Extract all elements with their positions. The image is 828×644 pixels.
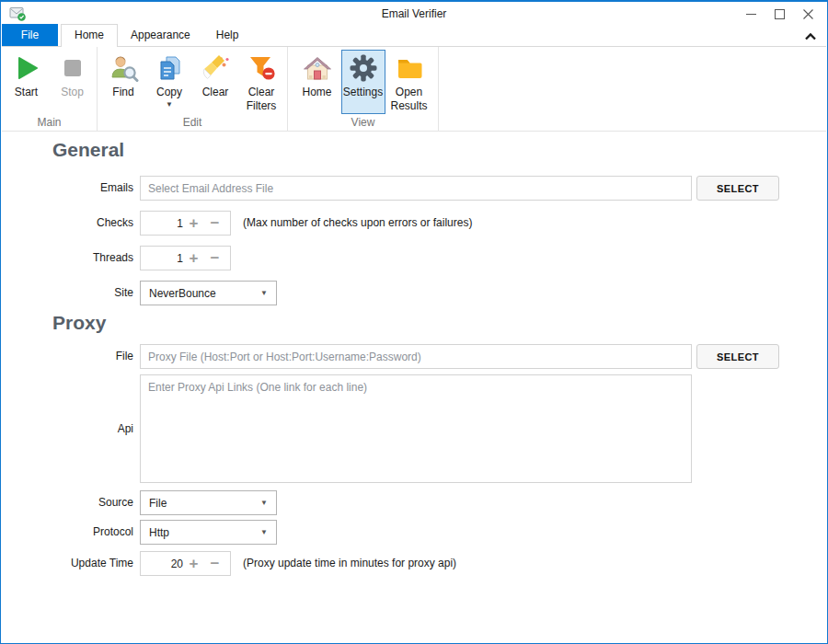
- copy-dropdown-icon[interactable]: ▼: [166, 101, 173, 109]
- folder-icon: [395, 52, 424, 84]
- threads-increment-button[interactable]: +: [183, 247, 204, 270]
- maximize-button[interactable]: [765, 4, 794, 24]
- proxy-source-label: Source: [2, 490, 133, 515]
- update-time-hint: (Proxy update time in minutes for proxy …: [243, 551, 456, 576]
- window-controls: [737, 4, 822, 24]
- file-menu-button[interactable]: File: [2, 24, 58, 46]
- settings-button[interactable]: Settings: [341, 50, 385, 114]
- find-button-label: Find: [112, 86, 133, 99]
- proxy-source-select[interactable]: File ▼: [140, 490, 277, 515]
- update-time-label: Update Time: [2, 551, 133, 576]
- copy-icon: [155, 52, 184, 84]
- proxy-file-input[interactable]: [140, 344, 692, 369]
- house-icon: [302, 52, 333, 84]
- tab-appearance[interactable]: Appearance: [118, 24, 203, 46]
- proxy-protocol-select[interactable]: Http ▼: [140, 520, 277, 545]
- checks-stepper: + −: [140, 211, 231, 236]
- menu-bar: File Home Appearance Help: [2, 24, 826, 47]
- group-label-edit: Edit: [98, 116, 287, 129]
- checks-hint: (Max number of checks upon errors or fai…: [243, 211, 472, 236]
- proxy-protocol-select-value: Http: [149, 526, 169, 539]
- home-view-button[interactable]: Home: [295, 50, 339, 114]
- threads-decrement-button[interactable]: −: [204, 247, 225, 270]
- update-time-increment-button[interactable]: +: [183, 553, 204, 575]
- ribbon-group-view: Home: [288, 47, 439, 131]
- emails-label: Emails: [2, 176, 133, 201]
- tab-help[interactable]: Help: [203, 24, 252, 46]
- ribbon-group-edit: Find Copy ▼: [98, 47, 288, 131]
- stop-icon: [59, 52, 86, 84]
- minimize-button[interactable]: [737, 4, 765, 24]
- proxy-file-select-button[interactable]: SELECT: [696, 344, 779, 369]
- titlebar: Email Verifier: [2, 4, 826, 24]
- threads-stepper: + −: [140, 246, 231, 270]
- emails-select-button[interactable]: SELECT: [696, 176, 779, 201]
- chevron-down-icon: ▼: [260, 528, 268, 536]
- clear-button-label: Clear: [202, 86, 229, 99]
- checks-value-input[interactable]: [141, 217, 183, 230]
- window-title: Email Verifier: [2, 4, 826, 24]
- clear-filters-button[interactable]: Clear Filters: [239, 50, 283, 114]
- home-view-button-label: Home: [302, 86, 331, 99]
- chevron-down-icon: ▼: [260, 499, 268, 507]
- collapse-ribbon-button[interactable]: [801, 29, 820, 42]
- threads-value-input[interactable]: [141, 252, 183, 265]
- stop-button[interactable]: Stop: [51, 50, 95, 114]
- chevron-up-icon: [804, 28, 817, 44]
- proxy-api-textarea[interactable]: [140, 374, 692, 483]
- proxy-section-heading: Proxy: [52, 312, 106, 334]
- proxy-api-label: Api: [2, 417, 133, 442]
- threads-label: Threads: [2, 246, 133, 270]
- copy-button[interactable]: Copy ▼: [147, 50, 191, 114]
- play-icon: [13, 52, 40, 84]
- tab-home[interactable]: Home: [61, 24, 118, 47]
- group-label-view: View: [288, 116, 438, 129]
- emails-file-input[interactable]: [140, 176, 692, 201]
- open-results-button-label: Open Results: [387, 86, 431, 113]
- start-button-label: Start: [15, 86, 38, 99]
- copy-button-label: Copy: [156, 86, 182, 99]
- gear-icon: [349, 52, 378, 84]
- clear-button[interactable]: Clear: [193, 50, 237, 114]
- settings-panel: General Emails SELECT Checks + − (Max nu…: [2, 132, 826, 641]
- settings-button-label: Settings: [343, 86, 383, 99]
- proxy-protocol-label: Protocol: [2, 520, 133, 545]
- general-section-heading: General: [52, 139, 124, 161]
- site-label: Site: [2, 281, 133, 305]
- clear-filters-button-label: Clear Filters: [239, 86, 283, 113]
- update-time-decrement-button[interactable]: −: [204, 553, 225, 575]
- start-button[interactable]: Start: [5, 50, 49, 114]
- ribbon: Start Stop Main: [2, 47, 826, 132]
- filter-remove-icon: [247, 52, 276, 84]
- broom-icon: [200, 52, 231, 84]
- app-window: Email Verifier File Home Appearance Help: [0, 0, 828, 644]
- update-time-stepper: + −: [140, 551, 231, 576]
- site-select[interactable]: NeverBounce ▼: [140, 281, 277, 305]
- stop-button-label: Stop: [61, 86, 84, 99]
- update-time-value-input[interactable]: [141, 558, 183, 570]
- close-button[interactable]: [794, 4, 822, 24]
- site-select-value: NeverBounce: [149, 287, 216, 300]
- chevron-down-icon: ▼: [260, 289, 268, 297]
- checks-label: Checks: [2, 211, 133, 236]
- find-button[interactable]: Find: [101, 50, 145, 114]
- checks-increment-button[interactable]: +: [183, 213, 204, 235]
- open-results-button[interactable]: Open Results: [387, 50, 431, 114]
- proxy-source-select-value: File: [149, 497, 167, 510]
- proxy-file-label: File: [2, 344, 133, 369]
- group-label-main: Main: [2, 116, 97, 129]
- find-user-icon: [108, 52, 139, 84]
- checks-decrement-button[interactable]: −: [204, 213, 225, 235]
- ribbon-group-main: Start Stop Main: [2, 47, 98, 131]
